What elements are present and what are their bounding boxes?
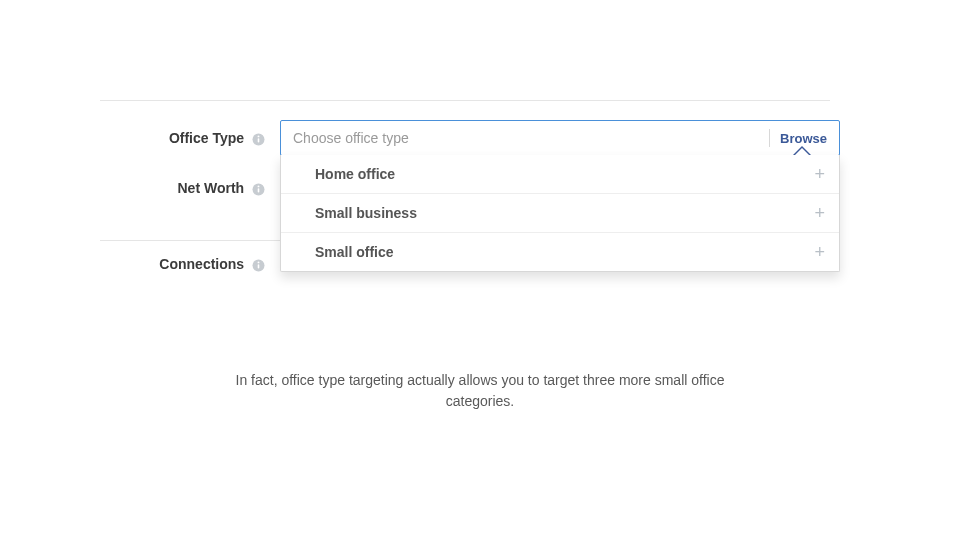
net-worth-label: Net Worth: [100, 180, 265, 196]
dropdown-item-label: Home office: [315, 166, 395, 182]
input-divider: [769, 129, 770, 147]
plus-icon[interactable]: +: [814, 204, 825, 222]
caption-line-1: In fact, office type targeting actually …: [236, 372, 725, 388]
svg-rect-4: [258, 188, 260, 192]
connections-label: Connections: [100, 256, 265, 272]
plus-icon[interactable]: +: [814, 165, 825, 183]
section-divider-top: [100, 100, 830, 101]
office-type-label: Office Type: [100, 130, 265, 146]
dropdown-item-label: Small office: [315, 244, 394, 260]
dropdown-item-small-business[interactable]: Small business +: [281, 193, 839, 232]
svg-rect-1: [258, 138, 260, 142]
office-type-label-text: Office Type: [169, 130, 244, 146]
dropdown-caret-icon-inner: [795, 148, 809, 155]
browse-link[interactable]: Browse: [780, 131, 827, 146]
svg-point-8: [258, 261, 260, 263]
dropdown-item-home-office[interactable]: Home office +: [281, 155, 839, 193]
info-icon[interactable]: [252, 183, 265, 196]
info-icon[interactable]: [252, 259, 265, 272]
plus-icon[interactable]: +: [814, 243, 825, 261]
dropdown-item-label: Small business: [315, 205, 417, 221]
svg-rect-7: [258, 264, 260, 268]
dropdown-item-small-office[interactable]: Small office +: [281, 232, 839, 271]
info-icon[interactable]: [252, 133, 265, 146]
svg-point-5: [258, 185, 260, 187]
office-type-input[interactable]: Choose office type Browse: [280, 120, 840, 156]
office-type-placeholder: Choose office type: [293, 130, 759, 146]
connections-label-text: Connections: [159, 256, 244, 272]
office-type-dropdown: Home office + Small business + Small off…: [280, 155, 840, 272]
svg-point-2: [258, 135, 260, 137]
net-worth-label-text: Net Worth: [177, 180, 244, 196]
caption-line-2: categories.: [446, 393, 514, 409]
caption-text: In fact, office type targeting actually …: [0, 370, 960, 412]
